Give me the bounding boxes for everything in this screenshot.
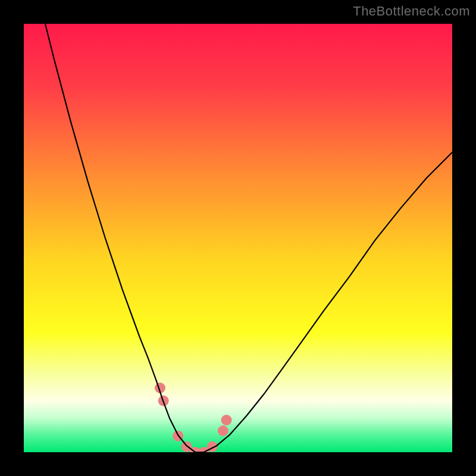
chart-svg <box>24 24 452 452</box>
highlight-dots-group <box>155 383 232 452</box>
outer-frame <box>0 0 476 476</box>
highlight-dot <box>218 425 228 436</box>
bottleneck-curve-path <box>45 24 452 452</box>
highlight-dot <box>221 415 232 425</box>
plot-area <box>24 24 452 452</box>
watermark-text: TheBottleneck.com <box>353 4 470 19</box>
